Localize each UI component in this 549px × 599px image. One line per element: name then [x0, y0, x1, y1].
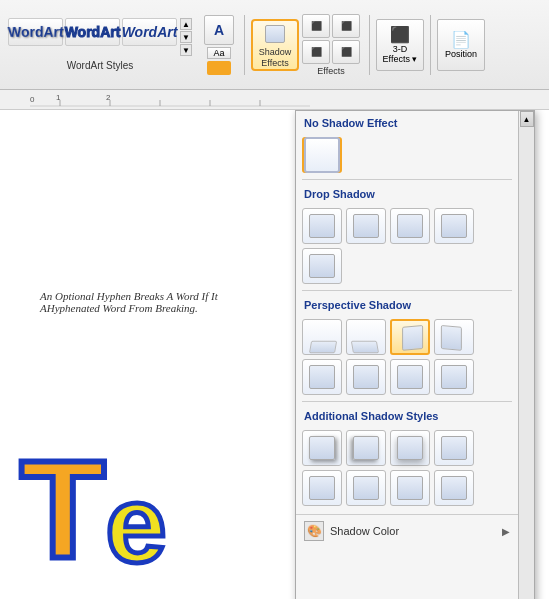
- 3d-effects-button[interactable]: ⬛ 3-DEffects ▾: [376, 19, 424, 71]
- no-shadow-cell[interactable]: [302, 137, 342, 173]
- add-shadow-8[interactable]: [434, 470, 474, 506]
- effect-btn-4[interactable]: ⬛: [332, 40, 360, 64]
- perspective-shadow-grid: [296, 315, 518, 399]
- 3d-label: 3-DEffects ▾: [383, 44, 418, 64]
- no-shadow-title: No Shadow Effect: [296, 111, 518, 133]
- panel-scrollbar: ▲ ▼: [518, 111, 534, 599]
- drop-shadow-5[interactable]: [302, 248, 342, 284]
- add-shadow-3[interactable]: [390, 430, 430, 466]
- ruler-svg: 0 1 2: [30, 92, 310, 108]
- position-label: Position: [445, 49, 477, 59]
- wordart-style-2[interactable]: WordArt: [65, 18, 120, 46]
- effect-btn-2[interactable]: ⬛: [332, 14, 360, 38]
- divider-add: [302, 401, 512, 402]
- add-shadow-2[interactable]: [346, 430, 386, 466]
- doc-text-line1: An Optional Hyphen Breaks A Word If It: [40, 290, 218, 302]
- shadow-color-icon: 🎨: [304, 521, 324, 541]
- add-shadow-4[interactable]: [434, 430, 474, 466]
- persp-shadow-5[interactable]: [302, 359, 342, 395]
- wordart-style-1[interactable]: WordArt: [8, 18, 63, 46]
- effects-group: ⬛ ⬛ ⬛ ⬛ Effects: [302, 14, 360, 76]
- perspective-shadow-title: Perspective Shadow: [296, 293, 518, 315]
- shadow-effects-dropdown: No Shadow Effect Drop Shadow: [295, 110, 535, 599]
- no-shadow-box: [304, 137, 340, 173]
- doc-text-line2: AHyphenated Word From Breaking.: [40, 302, 198, 314]
- persp-shadow-2[interactable]: [346, 319, 386, 355]
- scroll-track[interactable]: [519, 127, 534, 599]
- wordart-expand[interactable]: ▼: [180, 44, 192, 56]
- text-format-group: A Aa: [204, 15, 234, 75]
- ruler: 0 1 2: [0, 90, 549, 110]
- shadow-color-row[interactable]: 🎨 Shadow Color ▶: [296, 514, 518, 547]
- drop-shadow-1[interactable]: [302, 208, 342, 244]
- divider-persp: [302, 290, 512, 291]
- shadow-color-arrow-icon: ▶: [502, 526, 510, 537]
- additional-shadow-title: Additional Shadow Styles: [296, 404, 518, 426]
- wordart-scroll-up[interactable]: ▲: [180, 18, 192, 30]
- divider-1: [244, 15, 245, 75]
- divider-drop: [302, 179, 512, 180]
- wordart-char-T: T: [20, 439, 106, 579]
- additional-shadow-grid: [296, 426, 518, 510]
- shadow-effects-label: ShadowEffects: [259, 47, 292, 69]
- text-format-btn[interactable]: A: [204, 15, 234, 45]
- position-icon: 📄: [451, 30, 471, 49]
- effect-btn-3[interactable]: ⬛: [302, 40, 330, 64]
- scroll-up-arrow[interactable]: ▲: [520, 111, 534, 127]
- add-shadow-7[interactable]: [390, 470, 430, 506]
- wordart-display: Te: [20, 439, 167, 579]
- wordart-char-e: e: [106, 469, 167, 579]
- persp-shadow-8[interactable]: [434, 359, 474, 395]
- effects-label: Effects: [302, 66, 360, 76]
- persp-shadow-1[interactable]: [302, 319, 342, 355]
- svg-text:1: 1: [56, 93, 61, 102]
- svg-text:2: 2: [106, 93, 111, 102]
- drop-shadow-2[interactable]: [346, 208, 386, 244]
- wordart-scroll-down[interactable]: ▼: [180, 31, 192, 43]
- text-format-small-1[interactable]: Aa: [207, 47, 231, 59]
- drop-shadow-title: Drop Shadow: [296, 182, 518, 204]
- wordart-styles-group: WordArt WordArt WordArt ▲ ▼ ▼ WordArt St…: [8, 18, 192, 71]
- persp-shadow-7[interactable]: [390, 359, 430, 395]
- divider-2: [369, 15, 370, 75]
- wordart-style-3[interactable]: WordArt: [122, 18, 177, 46]
- add-shadow-1[interactable]: [302, 430, 342, 466]
- wordart-row: WordArt WordArt WordArt ▲ ▼ ▼: [8, 18, 192, 56]
- persp-shadow-6[interactable]: [346, 359, 386, 395]
- effect-btn-1[interactable]: ⬛: [302, 14, 330, 38]
- panel-inner: No Shadow Effect Drop Shadow: [296, 111, 534, 599]
- shadow-effects-button[interactable]: ShadowEffects: [251, 19, 299, 71]
- svg-text:0: 0: [30, 95, 35, 104]
- persp-shadow-3[interactable]: [390, 319, 430, 355]
- wordart-styles-label: WordArt Styles: [67, 60, 134, 71]
- drop-shadow-3[interactable]: [390, 208, 430, 244]
- persp-shadow-4[interactable]: [434, 319, 474, 355]
- drop-shadow-4[interactable]: [434, 208, 474, 244]
- toolbar: WordArt WordArt WordArt ▲ ▼ ▼ WordArt St…: [0, 0, 549, 90]
- position-button[interactable]: 📄 Position: [437, 19, 485, 71]
- shadow-color-label: Shadow Color: [330, 525, 496, 537]
- add-shadow-5[interactable]: [302, 470, 342, 506]
- drop-shadow-grid: [296, 204, 518, 288]
- 3d-icon: ⬛: [390, 25, 410, 44]
- add-shadow-6[interactable]: [346, 470, 386, 506]
- shadow-icon: [260, 21, 290, 47]
- text-color-indicator: [207, 61, 231, 75]
- no-shadow-grid: [296, 133, 518, 177]
- divider-3: [430, 15, 431, 75]
- content-area: An Optional Hyphen Breaks A Word If It A…: [0, 110, 549, 599]
